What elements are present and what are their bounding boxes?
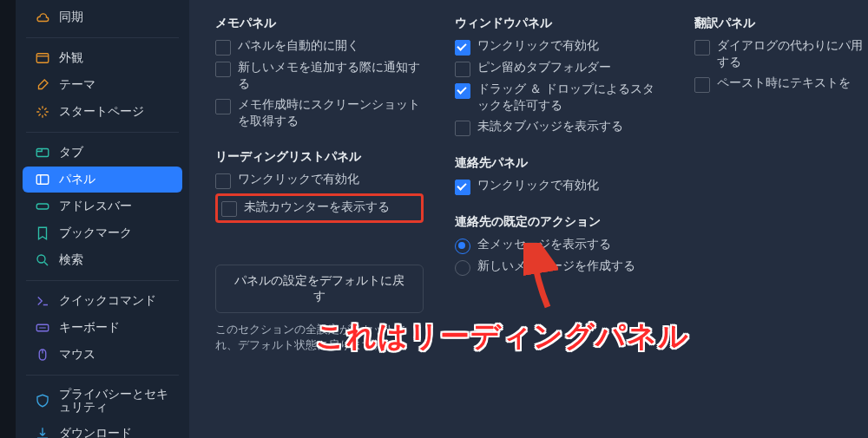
- svg-rect-0: [36, 54, 49, 63]
- setting-memo-open-auto[interactable]: パネルを自動的に開く: [215, 38, 424, 56]
- sidebar-item-label: スタートページ: [59, 104, 144, 120]
- sidebar-item-bookmarks[interactable]: ブックマーク: [23, 220, 182, 246]
- sidebar-item-appearance[interactable]: 外観: [23, 45, 182, 71]
- setting-contacts-oneclick[interactable]: ワンクリックで有効化: [455, 178, 663, 195]
- sidebar-item-label: タブ: [59, 145, 83, 160]
- sidebar-item-quickcmd[interactable]: クイックコマンド: [23, 288, 182, 314]
- reset-panel-settings-button[interactable]: パネルの設定をデフォルトに戻す: [215, 265, 424, 313]
- svg-rect-2: [36, 149, 49, 157]
- keyboard-icon: [35, 320, 50, 336]
- checkbox-icon[interactable]: [221, 201, 237, 217]
- sidebar-item-theme[interactable]: テーマ: [23, 72, 182, 98]
- setting-contacts-showall[interactable]: 全メッセージを表示する: [455, 237, 663, 254]
- cloud-icon: [35, 10, 50, 25]
- reset-note: このセクションの全設定がリセットされ、デフォルト状態に戻ります。: [215, 322, 424, 353]
- tab-icon: [35, 145, 50, 160]
- sidebar-item-label: 外観: [59, 50, 83, 66]
- checkbox-checked-icon[interactable]: [455, 40, 470, 56]
- setting-window-oneclick[interactable]: ワンクリックで有効化: [455, 38, 663, 56]
- checkbox-icon[interactable]: [694, 77, 710, 93]
- sidebar-item-label: キーボード: [59, 320, 120, 336]
- mouse-icon: [35, 347, 50, 363]
- download-icon: [35, 426, 50, 438]
- terminal-icon: [35, 293, 50, 309]
- sidebar-item-label: アドレスバー: [59, 199, 132, 214]
- setting-window-unreadbadge[interactable]: 未読タブバッジを表示する: [455, 119, 663, 136]
- setting-memo-notify[interactable]: 新しいメモを追加する際に通知する: [215, 60, 424, 93]
- bookmark-icon: [35, 226, 50, 241]
- settings-sidebar: 同期 外観 テーマ スタートページ タブ パネル アドレスバー: [16, 0, 189, 438]
- sidebar-item-keyboard[interactable]: キーボード: [23, 315, 182, 341]
- search-icon: [35, 252, 50, 268]
- checkbox-icon[interactable]: [215, 173, 231, 189]
- radio-selected-icon[interactable]: [455, 239, 470, 254]
- sidebar-item-label: テーマ: [59, 77, 95, 93]
- radio-icon[interactable]: [455, 260, 470, 276]
- section-title-translate: 翻訳パネル: [694, 16, 868, 31]
- sidebar-item-downloads[interactable]: ダウンロード: [23, 421, 182, 438]
- section-title-memo: メモパネル: [215, 16, 424, 31]
- sidebar-item-mouse[interactable]: マウス: [23, 342, 182, 368]
- sidebar-item-label: クイックコマンド: [59, 293, 156, 309]
- setting-contacts-compose[interactable]: 新しいメッセージを作成する: [455, 258, 663, 276]
- setting-reading-oneclick[interactable]: ワンクリックで有効化: [215, 172, 424, 189]
- svg-rect-3: [36, 175, 49, 185]
- sidebar-item-sync[interactable]: 同期: [23, 4, 182, 30]
- setting-translate-dialog[interactable]: ダイアログの代わりにパ用する: [694, 38, 868, 71]
- sidebar-item-label: 同期: [59, 10, 83, 25]
- sidebar-item-label: マウス: [59, 347, 95, 363]
- brush-icon: [35, 77, 50, 93]
- svg-point-6: [37, 255, 45, 263]
- checkbox-icon[interactable]: [215, 62, 231, 77]
- section-title-contacts-action: 連絡先の既定のアクション: [455, 214, 663, 230]
- checkbox-icon[interactable]: [455, 62, 470, 77]
- sidebar-item-panels[interactable]: パネル: [23, 167, 182, 193]
- sidebar-item-startpage[interactable]: スタートページ: [23, 99, 182, 125]
- sidebar-divider: [26, 37, 179, 38]
- setting-window-pinned[interactable]: ピン留めタブフォルダー: [455, 60, 663, 77]
- checkbox-icon[interactable]: [694, 40, 710, 56]
- window-gutter: [0, 0, 16, 438]
- checkbox-checked-icon[interactable]: [455, 83, 470, 99]
- checkbox-checked-icon[interactable]: [455, 180, 470, 195]
- sidebar-item-label: パネル: [59, 172, 95, 187]
- section-title-reading: リーディングリストパネル: [215, 149, 424, 165]
- sidebar-item-addressbar[interactable]: アドレスバー: [23, 193, 182, 219]
- sidebar-item-label: 検索: [59, 252, 83, 268]
- address-icon: [35, 199, 50, 214]
- sidebar-item-label: ダウンロード: [59, 426, 132, 438]
- setting-memo-screenshot[interactable]: メモ作成時にスクリーンショットを取得する: [215, 97, 424, 130]
- sparkle-icon: [35, 104, 50, 120]
- checkbox-icon[interactable]: [215, 99, 231, 114]
- section-title-window: ウィンドウパネル: [455, 16, 663, 31]
- setting-reading-unread[interactable]: 未読カウンターを表示する: [221, 199, 416, 217]
- svg-rect-5: [36, 204, 49, 209]
- sidebar-divider: [26, 132, 179, 133]
- annotation-highlight-box: 未読カウンターを表示する: [215, 193, 424, 223]
- sidebar-divider: [26, 375, 179, 376]
- sidebar-item-privacy[interactable]: プライバシーとセキュリティ: [23, 382, 182, 420]
- sidebar-divider: [26, 280, 179, 281]
- shield-icon: [35, 393, 50, 409]
- setting-window-dragstack[interactable]: ドラッグ ＆ ドロップによるスタックを許可する: [455, 82, 663, 114]
- section-title-contacts: 連絡先パネル: [455, 155, 663, 171]
- window-icon: [35, 50, 50, 66]
- checkbox-icon[interactable]: [215, 40, 231, 56]
- panel-icon: [35, 172, 50, 187]
- sidebar-item-label: プライバシーとセキュリティ: [59, 388, 170, 415]
- sidebar-item-search[interactable]: 検索: [23, 247, 182, 273]
- settings-content: メモパネル パネルを自動的に開く 新しいメモを追加する際に通知する メモ作成時に…: [189, 0, 868, 438]
- svg-line-7: [44, 262, 48, 265]
- sidebar-item-label: ブックマーク: [59, 226, 132, 241]
- sidebar-item-tabs[interactable]: タブ: [23, 140, 182, 166]
- checkbox-icon[interactable]: [455, 121, 470, 136]
- setting-translate-paste[interactable]: ペースト時にテキストを: [694, 75, 868, 93]
